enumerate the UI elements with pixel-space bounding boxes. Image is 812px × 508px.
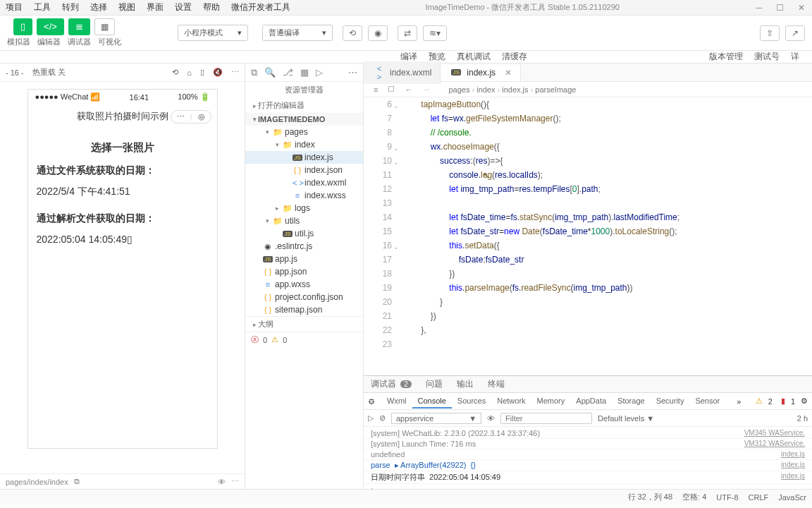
expand-icon[interactable]: »	[737, 397, 741, 406]
tree-item-index[interactable]: ▾📁index	[245, 138, 363, 151]
cursor-position[interactable]: 行 32，列 48	[628, 492, 673, 502]
devtools-subtab-Wxml[interactable]: Wxml	[381, 394, 412, 409]
menu-项目[interactable]: 项目	[0, 1, 28, 13]
home-icon[interactable]: ⌂	[187, 68, 192, 77]
tree-item-index.js[interactable]: JSindex.js	[245, 151, 363, 164]
refresh-icon[interactable]: ⟲	[343, 25, 362, 41]
back-icon[interactable]: ←	[402, 85, 415, 94]
tree-item-sitemap.json[interactable]: { }sitemap.json	[245, 303, 363, 316]
action-清缓存[interactable]: 清缓存	[496, 51, 533, 63]
device-icon[interactable]: ▯	[200, 68, 204, 77]
tree-item-util.js[interactable]: JSutil.js	[245, 227, 363, 240]
tree-item-index.wxml[interactable]: < >index.wxml	[245, 176, 363, 189]
devtools-tab-输出[interactable]: 输出	[450, 376, 481, 392]
menu-微信开发者工具[interactable]: 微信开发者工具	[226, 1, 296, 13]
compile-select[interactable]: 普通编译▾	[262, 25, 333, 41]
forward-icon[interactable]: →	[419, 85, 433, 94]
clear-cache-icon[interactable]: ≋▾	[423, 25, 447, 41]
devtools-subtab-Memory[interactable]: Memory	[531, 394, 571, 409]
menu-icon[interactable]: ≡	[371, 85, 381, 94]
search-icon[interactable]: 🔍	[264, 67, 276, 78]
code-editor[interactable]: 6⌄789⌄10⌄111213141516⌄17181920212223 tap…	[364, 97, 812, 375]
share-icon[interactable]: ↗	[785, 25, 805, 41]
devtools-tab-问题[interactable]: 问题	[419, 376, 450, 392]
remote-debug-icon[interactable]: ⇄	[398, 25, 417, 41]
choose-photo-button[interactable]: 选择一张照片	[37, 135, 209, 160]
devtools-tab-终端[interactable]: 终端	[481, 376, 512, 392]
devtools-tab-调试器[interactable]: 调试器 2	[364, 376, 419, 392]
inspect-icon[interactable]: ⯐	[368, 397, 376, 406]
outline-section[interactable]: ▸大纲	[245, 316, 363, 332]
tree-item-app.js[interactable]: JSapp.js	[245, 253, 363, 265]
menu-视图[interactable]: 视图	[113, 1, 141, 13]
close-icon[interactable]: ✕	[505, 68, 512, 78]
files-icon[interactable]: ⧉	[251, 67, 257, 78]
more-icon[interactable]: ⋯	[231, 68, 239, 77]
menu-界面[interactable]: 界面	[141, 1, 169, 13]
more-icon[interactable]: ⋯	[231, 477, 239, 486]
indent-setting[interactable]: 空格: 4	[682, 492, 706, 502]
action-真机调试[interactable]: 真机调试	[451, 51, 496, 63]
branch-icon[interactable]: ⎇	[283, 67, 293, 78]
menu-帮助[interactable]: 帮助	[197, 1, 226, 13]
debug-icon[interactable]: ▷	[316, 67, 323, 78]
eye-icon[interactable]: 👁	[218, 478, 226, 486]
devtools-subtab-Storage[interactable]: Storage	[612, 394, 651, 409]
bookmark-icon[interactable]: ☐	[385, 85, 398, 94]
visual-button[interactable]: ▦	[94, 18, 115, 35]
tab-index.js[interactable]: JSindex.js✕	[441, 65, 521, 81]
mute-icon[interactable]: 🔇	[213, 68, 223, 77]
devtools-subtab-Sources[interactable]: Sources	[452, 394, 491, 409]
menu-工具[interactable]: 工具	[28, 1, 56, 13]
zoom-indicator[interactable]: - 16 -	[6, 68, 24, 77]
tree-item-index.wxss[interactable]: ≡index.wxss	[245, 189, 363, 202]
warning-icon[interactable]: ⚠	[271, 335, 278, 344]
editor-button[interactable]: </>	[37, 18, 64, 35]
eol[interactable]: CRLF	[749, 493, 769, 502]
gear-icon[interactable]: ⚙	[801, 397, 808, 406]
tree-item-utils[interactable]: ▾📁utils	[245, 214, 363, 227]
language-mode[interactable]: JavaScr	[778, 493, 806, 502]
menu-设置[interactable]: 设置	[169, 1, 197, 13]
context-select[interactable]: appservice▼	[391, 413, 481, 424]
action-版本管理[interactable]: 版本管理	[703, 51, 749, 63]
tab-index.wxml[interactable]: < >index.wxml	[364, 61, 441, 84]
tree-item-app.json[interactable]: { }app.json	[245, 265, 363, 278]
tree-item-index.json[interactable]: { }index.json	[245, 164, 363, 176]
close-button[interactable]: ✕	[791, 3, 812, 13]
copy-icon[interactable]: ⧉	[74, 477, 80, 486]
devtools-subtab-Sensor[interactable]: Sensor	[689, 394, 725, 409]
devtools-subtab-Network[interactable]: Network	[491, 394, 531, 409]
error-icon[interactable]: ⓧ	[251, 334, 259, 345]
action-详[interactable]: 详	[785, 51, 805, 63]
tree-item-logs[interactable]: ▸📁logs	[245, 202, 363, 214]
menu-icon[interactable]: ⋯	[177, 112, 185, 121]
tree-item-project.config.json[interactable]: { }project.config.json	[245, 291, 363, 303]
breadcrumb-item[interactable]: pages	[448, 85, 469, 94]
breadcrumb-item[interactable]: index	[476, 85, 495, 94]
more-icon[interactable]: ⋯	[348, 67, 357, 78]
breadcrumb-item[interactable]: parseImage	[535, 85, 576, 94]
levels-select[interactable]: Default levels ▼	[598, 414, 654, 423]
devtools-subtab-AppData[interactable]: AppData	[570, 394, 612, 409]
refresh-icon[interactable]: ⟲	[172, 68, 178, 77]
maximize-button[interactable]: ☐	[769, 3, 791, 13]
upload-icon[interactable]: ⇧	[760, 25, 780, 41]
project-section[interactable]: ▾IMAGETIMEDEMO	[245, 113, 363, 126]
mode-select[interactable]: 小程序模式▾	[178, 25, 248, 41]
action-测试号[interactable]: 测试号	[749, 51, 785, 63]
breadcrumb-item[interactable]: index.js	[502, 85, 528, 94]
target-icon[interactable]: ◎	[198, 112, 205, 121]
debugger-button[interactable]: ≣	[68, 18, 90, 35]
minimize-button[interactable]: ─	[749, 3, 769, 13]
ext-icon[interactable]: ▦	[300, 67, 309, 78]
encoding[interactable]: UTF-8	[716, 493, 738, 502]
play-icon[interactable]: ▷	[368, 413, 374, 423]
eye-icon[interactable]: 👁	[487, 414, 495, 423]
simulator-button[interactable]: ▯	[13, 18, 32, 35]
tree-item-.eslintrc.js[interactable]: ◉.eslintrc.js	[245, 240, 363, 253]
filter-input[interactable]	[500, 413, 592, 424]
hot-reload-toggle[interactable]: 热重载 关	[32, 67, 66, 78]
tree-item-pages[interactable]: ▾📁pages	[245, 126, 363, 138]
open-editors-section[interactable]: ▸打开的编辑器	[245, 98, 363, 113]
